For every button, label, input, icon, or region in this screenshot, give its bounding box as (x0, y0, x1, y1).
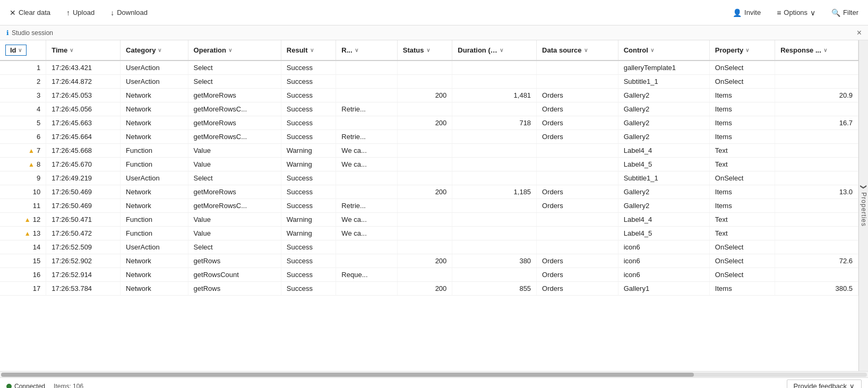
table-cell: ▲8 (0, 158, 46, 171)
table-row[interactable]: 1617:26:52.914NetworkgetRowsCountSuccess… (0, 268, 858, 282)
table-cell: 1 (0, 61, 46, 75)
filter-icon: 🔍 (831, 8, 840, 17)
table-row[interactable]: ▲717:26:45.668FunctionValueWarningWe ca.… (0, 144, 858, 158)
connected-label: Connected (14, 383, 45, 389)
col-header-operation[interactable]: Operation ∨ (188, 40, 281, 61)
table-cell: 200 (397, 254, 452, 268)
horizontal-scrollbar[interactable] (0, 371, 868, 377)
table-row[interactable]: 417:26:45.056NetworkgetMoreRowsC...Succe… (0, 102, 858, 116)
table-cell: Network (121, 130, 188, 144)
table-cell: getMoreRows (188, 116, 281, 130)
close-session-button[interactable]: × (857, 28, 862, 38)
table-cell: 718 (452, 116, 537, 130)
invite-label: Invite (744, 8, 761, 16)
col-header-response[interactable]: Response ... ∨ (775, 40, 858, 61)
table-cell: Gallery2 (618, 199, 709, 213)
table-cell (775, 130, 858, 144)
table-cell (397, 199, 452, 213)
table-cell (397, 213, 452, 227)
table-cell: Success (281, 75, 336, 89)
table-cell: Success (281, 89, 336, 102)
table-row[interactable]: 1117:26:50.469NetworkgetMoreRowsC...Succ… (0, 199, 858, 213)
table-row[interactable]: 917:26:49.219UserActionSelectSuccessSubt… (0, 171, 858, 185)
table-cell (537, 158, 618, 171)
sort-icon-duration: ∨ (500, 47, 503, 53)
table-row[interactable]: 1017:26:50.469NetworkgetMoreRowsSuccess2… (0, 185, 858, 199)
table-row[interactable]: 1717:26:53.784NetworkgetRowsSuccess20085… (0, 282, 858, 296)
filter-label: Filter (843, 8, 858, 16)
properties-side-panel[interactable]: ❯ Properties (858, 40, 868, 371)
table-row[interactable]: ▲817:26:45.670FunctionValueWarningWe ca.… (0, 158, 858, 171)
table-cell (336, 240, 397, 254)
table-cell: Success (281, 240, 336, 254)
scrollbar-track[interactable] (1, 373, 867, 377)
clear-icon: ✕ (10, 8, 16, 17)
table-row[interactable]: 1417:26:52.509UserActionSelectSuccessico… (0, 240, 858, 254)
table-cell (537, 213, 618, 227)
table-row[interactable]: 517:26:45.663NetworkgetMoreRowsSuccess20… (0, 116, 858, 130)
table-cell: Gallery2 (618, 185, 709, 199)
table-cell (336, 116, 397, 130)
scrollbar-thumb[interactable] (1, 373, 694, 377)
table-cell: Items (709, 282, 775, 296)
table-cell: 17:26:44.872 (46, 75, 121, 89)
col-id-label: Id ∨ (5, 45, 27, 56)
table-cell: getRowsCount (188, 268, 281, 282)
table-cell (775, 199, 858, 213)
col-header-datasource[interactable]: Data source ∨ (537, 40, 618, 61)
col-header-r[interactable]: R... ∨ (336, 40, 397, 61)
provide-feedback-button[interactable]: Provide feedback ∨ (787, 380, 862, 388)
col-header-category[interactable]: Category ∨ (121, 40, 188, 61)
col-header-status[interactable]: Status ∨ (397, 40, 452, 61)
table-cell: Success (281, 171, 336, 185)
clear-data-button[interactable]: ✕ Clear data (6, 6, 54, 19)
table-cell: Network (121, 282, 188, 296)
upload-button[interactable]: ↑ Upload (63, 6, 98, 19)
table-row[interactable]: ▲1217:26:50.471FunctionValueWarningWe ca… (0, 213, 858, 227)
sort-icon-result: ∨ (310, 47, 314, 53)
invite-button[interactable]: 👤 Invite (729, 6, 764, 19)
table-cell: UserAction (121, 75, 188, 89)
col-header-id[interactable]: Id ∨ (0, 40, 46, 61)
table-cell: 72.6 (775, 254, 858, 268)
table-cell: Network (121, 254, 188, 268)
warning-icon: ▲ (24, 216, 31, 223)
table-cell: We ca... (336, 213, 397, 227)
download-button[interactable]: ↓ Download (107, 6, 151, 19)
table-cell (452, 199, 537, 213)
col-header-duration[interactable]: Duration (… ∨ (452, 40, 537, 61)
table-cell: 4 (0, 102, 46, 116)
table-cell (397, 144, 452, 158)
table-row[interactable]: 217:26:44.872UserActionSelectSuccessSubt… (0, 75, 858, 89)
table-row[interactable]: 117:26:43.421UserActionSelectSuccessgall… (0, 61, 858, 75)
table-cell: 17:26:45.670 (46, 158, 121, 171)
main-area: Id ∨ Time ∨ Category ∨ (0, 40, 868, 371)
col-header-result[interactable]: Result ∨ (281, 40, 336, 61)
sort-icon-r: ∨ (355, 47, 358, 53)
table-cell (537, 61, 618, 75)
options-button[interactable]: ≡ Options ∨ (774, 6, 819, 19)
table-cell (775, 227, 858, 240)
table-cell (452, 158, 537, 171)
filter-button[interactable]: 🔍 Filter (828, 6, 862, 19)
table-cell: Warning (281, 158, 336, 171)
table-cell (775, 171, 858, 185)
col-header-property[interactable]: Property ∨ (709, 40, 775, 61)
warning-icon: ▲ (24, 230, 31, 237)
table-row[interactable]: 617:26:45.664NetworkgetMoreRowsC...Succe… (0, 130, 858, 144)
table-cell: Function (121, 213, 188, 227)
table-row[interactable]: 317:26:45.053NetworkgetMoreRowsSuccess20… (0, 89, 858, 102)
table-cell (775, 144, 858, 158)
warning-icon: ▲ (28, 161, 35, 168)
table-row[interactable]: ▲1317:26:50.472FunctionValueWarningWe ca… (0, 227, 858, 240)
table-cell: 17:26:45.663 (46, 116, 121, 130)
table-cell: Warning (281, 213, 336, 227)
table-cell: Success (281, 61, 336, 75)
col-header-time[interactable]: Time ∨ (46, 40, 121, 61)
table-cell (452, 213, 537, 227)
table-cell (397, 240, 452, 254)
table-wrapper[interactable]: Id ∨ Time ∨ Category ∨ (0, 40, 858, 371)
table-row[interactable]: 1517:26:52.902NetworkgetRowsSuccess20038… (0, 254, 858, 268)
sort-icon-control: ∨ (650, 47, 654, 53)
col-header-control[interactable]: Control ∨ (618, 40, 709, 61)
